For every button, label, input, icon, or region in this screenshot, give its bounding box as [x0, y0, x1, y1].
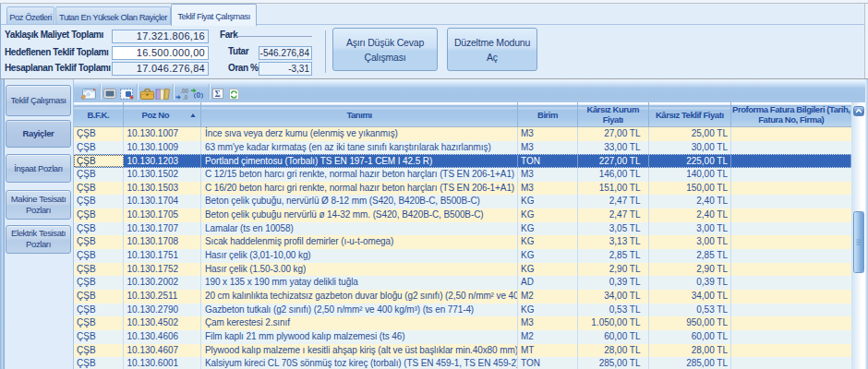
svg-text:0: 0 [196, 90, 200, 100]
svg-text:Σ: Σ [215, 89, 221, 99]
svg-text:.0: .0 [183, 93, 188, 99]
